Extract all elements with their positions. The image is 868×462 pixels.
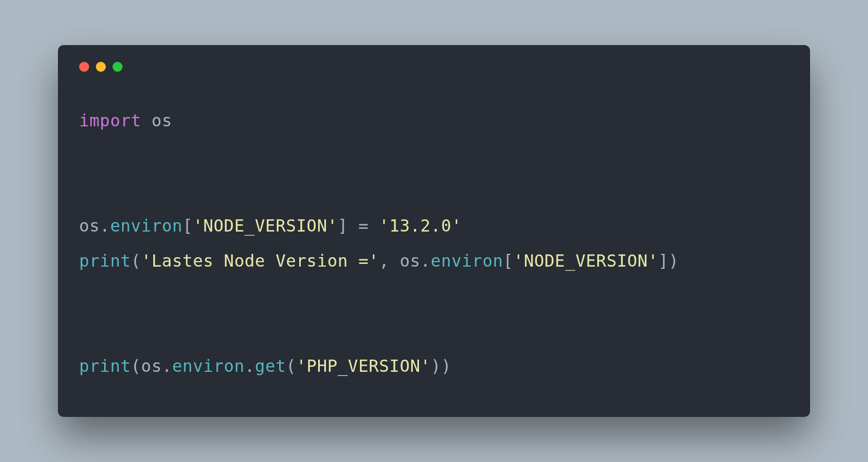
minimize-icon[interactable]	[96, 62, 106, 72]
bracket: [	[503, 251, 514, 271]
string-node-version-key: 'NODE_VERSION'	[514, 251, 659, 271]
attr-environ: environ	[172, 356, 245, 376]
window-controls	[79, 62, 789, 72]
close-parens: ))	[431, 356, 451, 376]
string-node-version-key: 'NODE_VERSION'	[193, 216, 338, 235]
string-message: 'Lastes Node Version ='	[141, 251, 379, 271]
fn-print: print	[79, 251, 131, 271]
fn-get: get	[255, 356, 286, 376]
paren: (	[131, 251, 142, 271]
bracket: [	[183, 216, 193, 235]
module-os: os	[152, 111, 172, 130]
code-block: import os os.environ['NODE_VERSION'] = '…	[79, 103, 789, 384]
attr-environ: environ	[431, 251, 503, 271]
code-window: import os os.environ['NODE_VERSION'] = '…	[58, 45, 810, 417]
attr-environ: environ	[110, 216, 183, 235]
bracket-assign: ] =	[338, 216, 379, 235]
paren-os: (os.	[131, 356, 172, 376]
keyword-import: import	[79, 111, 141, 130]
close-icon[interactable]	[79, 62, 89, 72]
dot: .	[245, 356, 255, 376]
identifier: os.	[79, 216, 110, 235]
fn-print: print	[79, 356, 131, 376]
maximize-icon[interactable]	[113, 62, 123, 72]
comma-os: , os.	[379, 251, 431, 271]
paren: (	[286, 356, 296, 376]
string-version-value: '13.2.0'	[379, 216, 462, 235]
string-php-version-key: 'PHP_VERSION'	[296, 356, 431, 376]
close-brackets: ])	[658, 251, 679, 271]
